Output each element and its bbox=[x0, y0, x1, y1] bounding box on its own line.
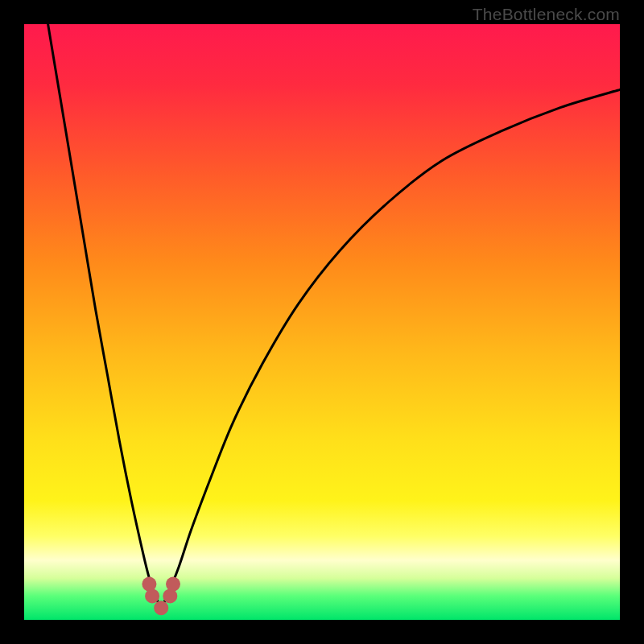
chart-background-gradient bbox=[24, 24, 620, 620]
chart-frame bbox=[24, 24, 620, 620]
svg-rect-0 bbox=[24, 24, 620, 620]
watermark: TheBottleneck.com bbox=[473, 5, 620, 24]
